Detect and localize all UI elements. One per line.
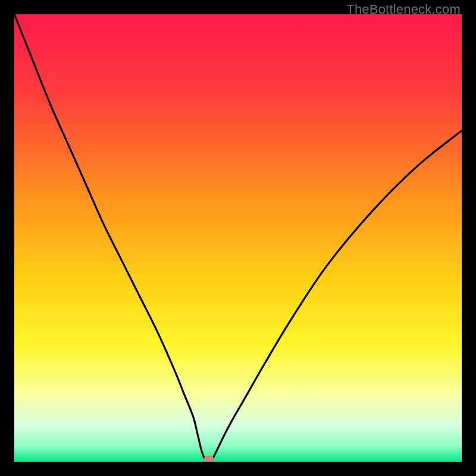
chart-svg <box>14 14 462 462</box>
chart-frame <box>14 14 462 462</box>
gradient-background <box>14 14 462 462</box>
watermark-text: TheBottleneck.com <box>346 2 461 17</box>
